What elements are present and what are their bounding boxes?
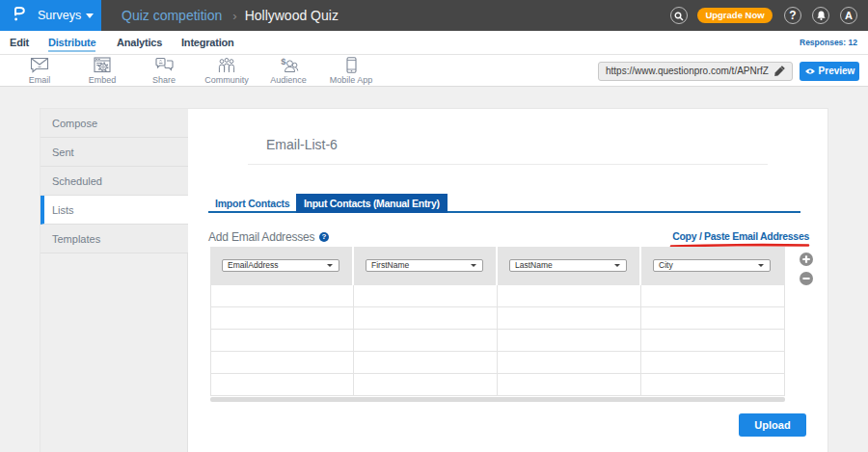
svg-text:$: $ (281, 57, 286, 66)
